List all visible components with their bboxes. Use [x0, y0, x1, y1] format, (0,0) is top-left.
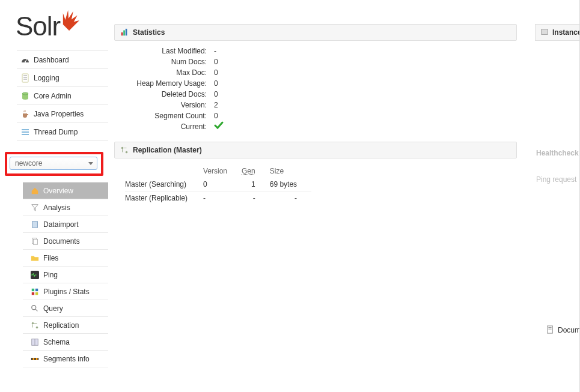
- svg-point-19: [32, 305, 36, 309]
- subnav-documents[interactable]: Documents: [23, 233, 108, 250]
- checkmark-icon: [214, 121, 224, 130]
- subnav-query-label: Query: [43, 304, 63, 313]
- documentation-label: Documentation: [558, 326, 580, 334]
- subnav-plugins[interactable]: Plugins / Stats: [23, 283, 108, 300]
- svg-rect-30: [123, 31, 125, 36]
- nav-logging[interactable]: Logging: [17, 69, 108, 87]
- stat-deleted-label: Deleted Docs:: [114, 89, 210, 100]
- nav-java-label: Java Properties: [34, 110, 84, 118]
- nav-dashboard[interactable]: Dashboard: [17, 51, 108, 69]
- subnav-files[interactable]: Files: [23, 250, 108, 267]
- replication-title: Replication (Master): [133, 142, 202, 158]
- rep-replicable-version: -: [203, 191, 242, 205]
- subnav-analysis[interactable]: Analysis: [23, 199, 108, 216]
- nav-core-admin[interactable]: Core Admin: [17, 87, 108, 105]
- ping-request-text: Ping request: [535, 175, 580, 184]
- subnav-files-label: Files: [43, 254, 58, 262]
- document-icon: [546, 325, 555, 335]
- stat-current-value: [210, 121, 224, 132]
- svg-point-21: [32, 322, 34, 324]
- chevron-down-icon: [88, 162, 93, 165]
- svg-rect-17: [32, 292, 34, 294]
- subnav-schema-label: Schema: [43, 338, 70, 346]
- stat-max-doc-label: Max Doc:: [114, 67, 210, 78]
- rep-searching-name: Master (Searching): [125, 178, 203, 191]
- statistics-title: Statistics: [133, 25, 165, 40]
- barrier-icon: [30, 354, 40, 364]
- core-selector[interactable]: newcore: [10, 157, 97, 170]
- stat-heap-label: Heap Memory Usage:: [114, 78, 210, 89]
- svg-rect-27: [34, 358, 36, 360]
- stat-current-label: Current:: [114, 121, 210, 132]
- svg-rect-16: [35, 288, 38, 291]
- svg-point-33: [126, 151, 128, 154]
- svg-rect-29: [121, 32, 123, 35]
- coffee-icon: [20, 109, 30, 119]
- nav-java-properties[interactable]: Java Properties: [17, 105, 108, 123]
- server-icon: [540, 28, 549, 37]
- home-icon: [30, 186, 40, 196]
- replication-icon: [120, 145, 129, 155]
- subnav-segments[interactable]: Segments info: [23, 351, 108, 367]
- gauge-icon: [20, 55, 30, 65]
- subnav-dataimport-label: Dataimport: [43, 220, 79, 229]
- subnav-replication[interactable]: Replication: [23, 317, 108, 334]
- svg-rect-10: [22, 134, 29, 135]
- stat-heap-value: 0: [210, 78, 218, 89]
- stat-version-value: 2: [210, 100, 218, 110]
- nav-thread-dump[interactable]: Thread Dump: [17, 123, 108, 141]
- statistics-body: Last Modified:- Num Docs:0 Max Doc:0 Hea…: [114, 41, 517, 142]
- folder-icon: [30, 253, 40, 263]
- solr-sun-icon: [59, 8, 79, 29]
- svg-point-32: [121, 147, 124, 149]
- documents-icon: [30, 237, 40, 246]
- svg-rect-35: [548, 326, 553, 333]
- stat-deleted-value: 0: [210, 89, 218, 100]
- subnav-documents-label: Documents: [43, 237, 80, 246]
- svg-point-22: [36, 326, 38, 328]
- subnav-segments-label: Segments info: [43, 355, 90, 363]
- instance-header: Instance: [535, 24, 580, 41]
- nav-thread-label: Thread Dump: [34, 128, 78, 136]
- stat-max-doc-value: 0: [210, 67, 218, 78]
- replication-header: Replication (Master): [114, 142, 517, 158]
- svg-rect-11: [32, 221, 38, 228]
- heartbeat-icon: [30, 270, 40, 280]
- stat-last-modified-label: Last Modified:: [114, 46, 210, 56]
- replication-icon: [30, 321, 40, 330]
- plugin-icon: [30, 287, 40, 297]
- threads-icon: [20, 127, 30, 137]
- svg-rect-34: [542, 29, 548, 35]
- healthcheck-header: Healthcheck: [535, 149, 580, 157]
- svg-rect-18: [35, 292, 38, 294]
- rep-col-gen: Gen: [242, 164, 270, 178]
- subnav-dataimport[interactable]: Dataimport: [23, 216, 108, 233]
- rep-row-replicable: Master (Replicable) - - -: [125, 191, 311, 205]
- funnel-icon: [30, 203, 40, 213]
- stat-version-label: Version:: [114, 100, 210, 110]
- svg-rect-26: [31, 358, 33, 360]
- rep-replicable-size: -: [270, 191, 311, 205]
- database-icon: [20, 91, 30, 101]
- documentation-link[interactable]: Documentation: [546, 325, 580, 335]
- svg-rect-15: [32, 288, 34, 291]
- subnav-ping[interactable]: Ping: [23, 267, 108, 283]
- nav-logging-label: Logging: [34, 74, 60, 82]
- document-text-icon: [20, 73, 30, 83]
- rep-searching-size: 69 bytes: [270, 178, 311, 191]
- rep-searching-gen: 1: [242, 178, 270, 191]
- subnav-replication-label: Replication: [43, 321, 79, 330]
- stat-last-modified-value: -: [210, 46, 216, 56]
- stat-segment-label: Segment Count:: [114, 110, 210, 121]
- subnav-query[interactable]: Query: [23, 300, 108, 317]
- svg-line-20: [35, 309, 38, 311]
- subnav-schema[interactable]: Schema: [23, 334, 108, 351]
- nav-dashboard-label: Dashboard: [34, 56, 69, 64]
- svg-rect-2: [22, 74, 28, 82]
- subnav-ping-label: Ping: [43, 271, 58, 279]
- rep-replicable-gen: -: [242, 191, 270, 205]
- rep-col-size: Size: [270, 164, 311, 178]
- svg-rect-8: [22, 129, 29, 130]
- subnav-plugins-label: Plugins / Stats: [43, 288, 90, 296]
- subnav-overview[interactable]: Overview: [23, 182, 108, 199]
